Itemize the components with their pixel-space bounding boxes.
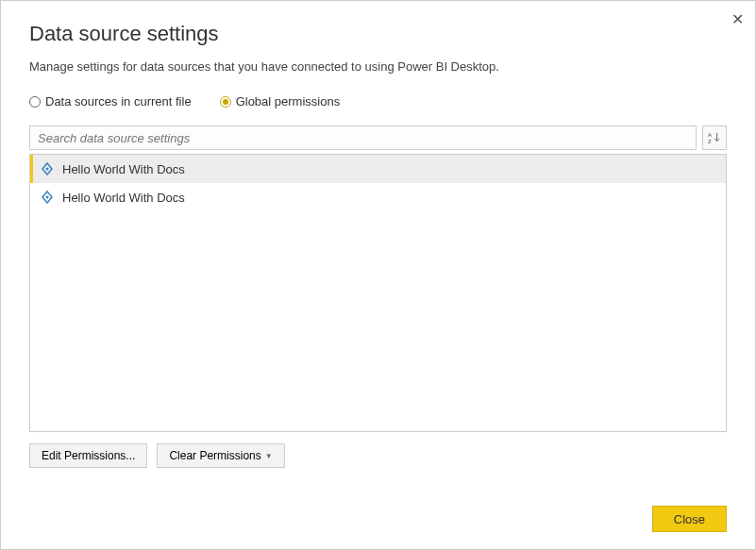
button-label: Close: [674, 512, 705, 526]
radio-label: Data sources in current file: [45, 94, 192, 108]
page-subtitle: Manage settings for data sources that yo…: [29, 59, 727, 74]
search-input[interactable]: [29, 125, 697, 150]
svg-text:Z: Z: [708, 138, 712, 144]
edit-permissions-button[interactable]: Edit Permissions...: [29, 443, 147, 468]
sort-az-icon: A Z: [708, 131, 721, 144]
action-buttons: Edit Permissions... Clear Permissions ▼: [29, 443, 727, 468]
sort-button[interactable]: A Z: [702, 125, 727, 150]
svg-point-2: [46, 168, 49, 171]
list-item-label: Hello World With Docs: [62, 162, 185, 176]
svg-point-3: [46, 196, 49, 199]
clear-permissions-button[interactable]: Clear Permissions ▼: [157, 443, 284, 468]
chevron-down-icon: ▼: [265, 452, 273, 460]
button-label: Clear Permissions: [169, 449, 260, 462]
search-row: A Z: [29, 125, 727, 150]
list-item-label: Hello World With Docs: [62, 191, 185, 205]
list-item[interactable]: Hello World With Docs: [30, 155, 726, 183]
radio-unchecked-icon: [29, 96, 41, 108]
radio-label: Global permissions: [236, 94, 341, 108]
data-source-icon: [40, 161, 55, 176]
data-source-list[interactable]: Hello World With Docs Hello World With D…: [29, 154, 727, 432]
button-label: Edit Permissions...: [42, 449, 135, 462]
svg-text:A: A: [708, 131, 713, 138]
radio-global-permissions[interactable]: Global permissions: [220, 94, 341, 108]
close-button[interactable]: Close: [652, 506, 727, 532]
page-title: Data source settings: [29, 22, 727, 46]
dialog-content: Data source settings Manage settings for…: [1, 1, 755, 549]
data-source-icon: [40, 190, 55, 205]
list-item[interactable]: Hello World With Docs: [30, 183, 726, 211]
dialog-footer: Close: [29, 506, 727, 532]
radio-checked-icon: [220, 96, 231, 108]
radio-current-file[interactable]: Data sources in current file: [29, 94, 192, 108]
radio-group: Data sources in current file Global perm…: [29, 94, 727, 108]
close-icon[interactable]: ✕: [731, 10, 744, 28]
